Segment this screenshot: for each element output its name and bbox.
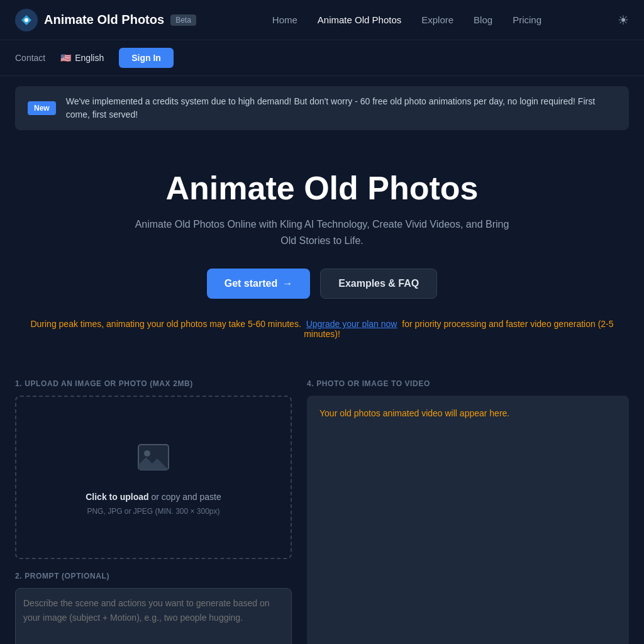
video-placeholder-text: Your old photos animated video will appe… — [319, 408, 509, 418]
click-to-upload-label: Click to upload — [86, 492, 148, 502]
get-started-button[interactable]: Get started → — [207, 269, 310, 299]
upload-section-label: 1. UPLOAD AN IMAGE OR PHOTO (MAX 2MB) — [15, 379, 292, 388]
upload-text-main: Click to upload or copy and paste — [86, 492, 221, 502]
arrow-icon: → — [282, 278, 292, 289]
upload-format-label: PNG, JPG or JPEG (MIN. 300 × 300px) — [87, 507, 219, 516]
hero-title: Animate Old Photos — [15, 170, 629, 206]
prompt-textarea[interactable] — [15, 588, 292, 644]
peak-warning-text: During peak times, animating your old ph… — [30, 319, 613, 339]
hero-subtitle: Animate Old Photos Online with Kling AI … — [127, 216, 517, 248]
examples-faq-button[interactable]: Examples & FAQ — [320, 269, 437, 299]
language-label: English — [75, 53, 104, 63]
new-badge: New — [28, 101, 56, 115]
sign-in-button[interactable]: Sign In — [119, 48, 174, 68]
logo-area: Animate Old Photos Beta — [15, 9, 196, 31]
right-panel: 4. PHOTO OR IMAGE TO VIDEO Your old phot… — [307, 379, 629, 644]
peak-warning: During peak times, animating your old ph… — [15, 319, 629, 339]
peak-warning-highlighted: During peak times, animating your old ph… — [30, 319, 301, 329]
beta-badge: Beta — [170, 14, 196, 26]
contact-link[interactable]: Contact — [15, 53, 45, 63]
svg-point-3 — [144, 450, 150, 457]
prompt-section-label: 2. PROMPT (OPTIONAL) — [15, 572, 292, 580]
nav-animate[interactable]: Animate Old Photos — [318, 14, 401, 25]
video-section-label: 4. PHOTO OR IMAGE TO VIDEO — [307, 379, 629, 388]
header-right: ☀ — [618, 13, 629, 28]
app-title: Animate Old Photos — [44, 13, 164, 27]
hero-section: Animate Old Photos Animate Old Photos On… — [0, 140, 644, 364]
announcement-banner: New We've implemented a credits system d… — [15, 86, 629, 130]
nav-explore[interactable]: Explore — [421, 14, 453, 25]
flag-icon: 🇺🇸 — [60, 53, 71, 63]
upgrade-link[interactable]: Upgrade your plan now — [306, 319, 397, 329]
theme-toggle-button[interactable]: ☀ — [618, 13, 629, 28]
nav-home[interactable]: Home — [272, 14, 297, 25]
sun-icon: ☀ — [618, 13, 629, 28]
main-content: 1. UPLOAD AN IMAGE OR PHOTO (MAX 2MB) Cl… — [0, 364, 644, 644]
video-output-area: Your old photos animated video will appe… — [307, 396, 629, 644]
announcement-text: We've implemented a credits system due t… — [66, 95, 616, 121]
upload-area[interactable]: Click to upload or copy and paste PNG, J… — [15, 396, 292, 559]
main-nav: Home Animate Old Photos Explore Blog Pri… — [272, 14, 541, 25]
svg-point-1 — [25, 18, 28, 22]
get-started-label: Get started — [225, 278, 277, 289]
or-paste-label: or copy and paste — [151, 492, 221, 502]
main-header: Animate Old Photos Beta Home Animate Old… — [0, 0, 644, 40]
nav-pricing[interactable]: Pricing — [513, 14, 541, 25]
image-upload-icon — [136, 440, 171, 482]
hero-buttons: Get started → Examples & FAQ — [15, 269, 629, 299]
logo-icon — [15, 9, 38, 31]
nav-blog[interactable]: Blog — [474, 14, 492, 25]
subheader: Contact 🇺🇸 English Sign In — [0, 40, 644, 76]
language-button[interactable]: 🇺🇸 English — [60, 53, 104, 63]
left-panel: 1. UPLOAD AN IMAGE OR PHOTO (MAX 2MB) Cl… — [15, 379, 292, 644]
